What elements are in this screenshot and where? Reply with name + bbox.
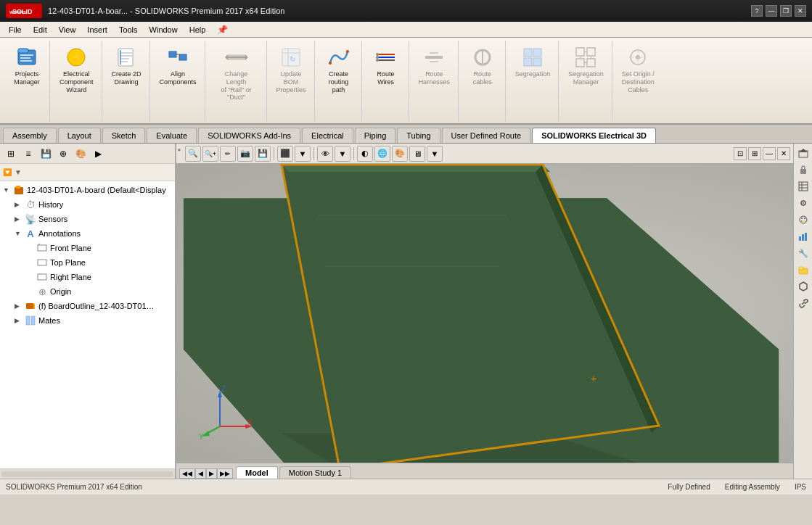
segregation-btn[interactable]: Segregation (512, 42, 554, 80)
create-routing-icon (326, 44, 352, 70)
display-style-btn[interactable]: ⬛ (277, 146, 293, 162)
rt-lock-btn[interactable] (795, 162, 811, 178)
tab-layout[interactable]: Layout (58, 128, 101, 143)
split-vert-btn[interactable]: ⊞ (748, 147, 761, 160)
scroll-left-far-btn[interactable]: ◀◀ (179, 468, 195, 479)
tree-front-plane[interactable]: ▶ Front Plane (0, 241, 175, 255)
electrical-wizard-btn[interactable]: ⚡ ElectricalComponentWizard (56, 42, 97, 96)
tree-sensors[interactable]: ▶ 📡 Sensors (0, 212, 175, 226)
lp-save-btn[interactable]: 💾 (38, 146, 54, 162)
tree-history[interactable]: ▶ ⏱ History (0, 197, 175, 212)
btab-model[interactable]: Model (236, 466, 278, 479)
appearance-btn[interactable]: ◐ (357, 146, 373, 162)
scroll-left-btn[interactable]: ◀ (195, 468, 206, 479)
help-btn[interactable]: ? (751, 5, 763, 17)
annotations-label: Annotations (38, 229, 81, 238)
menu-insert[interactable]: Insert (81, 24, 113, 36)
viewport-toolbar: ● 🔍 🔍+ ✏ 📷 💾 ⬛ ▼ 👁 ▼ ◐ 🌐 🎨 🖥 ▼ ⊡ ⊞ — (176, 144, 793, 164)
menu-help[interactable]: Help (184, 24, 212, 36)
close-btn[interactable]: ✕ (795, 5, 806, 17)
lp-add-btn[interactable]: ⊕ (55, 146, 71, 162)
leftpanel-scroll[interactable] (0, 468, 175, 479)
route-cables-btn[interactable]: Routecables (464, 42, 501, 88)
tree-mates[interactable]: ▶ Mates (0, 313, 175, 328)
camera-btn[interactable]: 📷 (237, 146, 253, 162)
projects-manager-btn[interactable]: ProjectsManager (9, 42, 45, 88)
rt-settings-btn[interactable] (795, 195, 811, 211)
display-mgr-btn[interactable]: 🖥 (409, 146, 425, 162)
save-view-btn[interactable]: 💾 (255, 146, 271, 162)
svg-marker-21 (225, 54, 228, 60)
svg-point-96 (801, 218, 803, 219)
titlebar-left: SOLID WORKS 12-403-DT01-A-boar... - SOLI… (6, 4, 284, 18)
tab-piping[interactable]: Piping (355, 128, 396, 143)
align-btn[interactable]: AlignComponents (156, 42, 200, 88)
zoom-in-btn[interactable]: 🔍+ (202, 146, 218, 162)
tab-evaluate[interactable]: Evaluate (147, 128, 197, 143)
tree-right-plane[interactable]: ▶ Right Plane (0, 270, 175, 284)
leftpanel-scrollbar[interactable] (1, 471, 173, 477)
segregation-manager-btn[interactable]: SegregationManager (565, 42, 607, 88)
tree-annotations[interactable]: ▼ A Annotations (0, 226, 175, 241)
create-drawing-btn[interactable]: Create 2DDrawing (108, 42, 145, 88)
scroll-right-btn[interactable]: ▶ (206, 468, 217, 479)
close-vp-btn[interactable]: ✕ (777, 147, 790, 160)
tab-sketch[interactable]: Sketch (102, 128, 146, 143)
split-horiz-btn[interactable]: ⊡ (734, 147, 747, 160)
create-routing-btn[interactable]: Createroutingpath (321, 42, 357, 96)
rt-home-btn[interactable] (795, 145, 811, 161)
tab-assembly[interactable]: Assembly (3, 128, 57, 143)
tab-electrical[interactable]: Electrical (302, 128, 353, 143)
route-harnesses-group: RouteHarnesses (411, 41, 459, 122)
scroll-right-far-btn[interactable]: ▶▶ (217, 468, 233, 479)
zoom-area-btn[interactable]: ✏ (220, 146, 236, 162)
rt-table-btn[interactable] (795, 178, 811, 194)
vp-sep3 (353, 147, 354, 160)
sensors-label: Sensors (38, 215, 67, 223)
tab-solidworks-addins[interactable]: SOLIDWORKS Add-Ins (198, 128, 300, 143)
hide-show-btn[interactable]: ▼ (295, 146, 311, 162)
maximize-btn[interactable]: ❐ (780, 5, 792, 17)
menu-tools[interactable]: Tools (113, 24, 144, 36)
minimize-vp-btn[interactable]: — (763, 147, 776, 160)
tab-solidworks-electrical-3d[interactable]: SOLIDWORKS Electrical 3D (532, 128, 656, 143)
scene-btn[interactable]: 🌐 (374, 146, 390, 162)
menu-edit[interactable]: Edit (28, 24, 53, 36)
realview-btn[interactable]: 🎨 (392, 146, 408, 162)
tree-top-plane[interactable]: ▶ Top Plane (0, 255, 175, 270)
3d-viewport[interactable]: + Z X Y (176, 164, 793, 463)
tree-board-outline[interactable]: ▶ (f) BoardOutline_12-403-DT01-A-bo... (0, 299, 175, 313)
view-orient2-btn[interactable]: ▼ (335, 146, 350, 162)
view-orient-btn[interactable]: 👁 (317, 146, 333, 162)
svg-rect-104 (799, 267, 803, 270)
lp-view-btn[interactable]: ⊞ (3, 146, 19, 162)
menu-view[interactable]: View (53, 24, 82, 36)
zoom-to-fit-btn[interactable]: 🔍 (185, 146, 201, 162)
tab-user-defined-route[interactable]: User Defined Route (442, 128, 531, 143)
rt-palette-btn[interactable] (795, 212, 811, 228)
vp-sep2 (313, 147, 314, 160)
route-harnesses-btn[interactable]: RouteHarnesses (415, 42, 454, 88)
rt-chart-btn[interactable] (795, 228, 811, 244)
btab-motion-study[interactable]: Motion Study 1 (279, 466, 351, 479)
menu-window[interactable]: Window (144, 24, 184, 36)
menu-file[interactable]: File (3, 24, 28, 36)
vp-last-btn[interactable]: ▼ (427, 146, 443, 162)
set-origin-btn[interactable]: Set Origin /DestinationCables (618, 42, 658, 96)
pin-icon[interactable]: 📌 (217, 25, 228, 35)
rt-wrench-btn[interactable]: 🔧 (795, 245, 811, 261)
rt-link-btn[interactable] (795, 295, 811, 311)
lp-list-btn[interactable]: ≡ (20, 146, 36, 162)
tab-tubing[interactable]: Tubing (397, 128, 440, 143)
change-length-btn[interactable]: Change Lengthof "Rail" or"Duct" (211, 42, 262, 104)
route-wires-btn[interactable]: RouteWires (368, 42, 404, 88)
tree-origin[interactable]: ▶ ⊕ Origin (0, 284, 175, 299)
titlebar-title: 12-403-DT01-A-boar... - SOLIDWORKS Premi… (48, 7, 284, 15)
rt-hex-btn[interactable] (795, 278, 811, 294)
lp-color-btn[interactable]: 🎨 (73, 146, 89, 162)
minimize-btn[interactable]: — (766, 5, 777, 17)
update-bom-btn[interactable]: ↻ UpdateBOMProperties (273, 42, 310, 96)
rt-folder-btn[interactable] (795, 262, 811, 278)
lp-expand-btn[interactable]: ▶ (90, 146, 106, 162)
tree-root[interactable]: ▼ 12-403-DT01-A-board (Default<Display (0, 183, 175, 197)
